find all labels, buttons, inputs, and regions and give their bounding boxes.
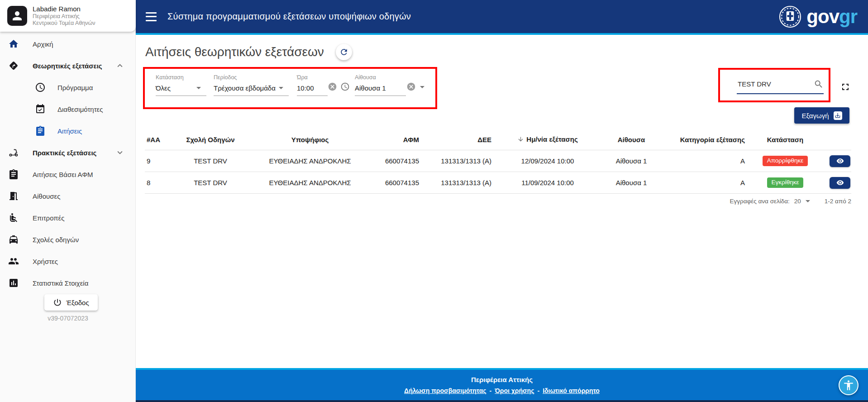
filter-room[interactable]: Αίθουσα Αίθουσα 1	[355, 74, 406, 96]
filter-room-label: Αίθουσα	[355, 74, 406, 81]
clear-time-icon[interactable]	[328, 82, 337, 91]
cell-afm: 660074135	[371, 179, 421, 187]
cell-school: TEST DRV	[172, 157, 249, 165]
cell-category: Α	[661, 179, 747, 187]
people-icon	[8, 256, 19, 267]
cell-exam-date: 11/09/2024 10:00	[493, 179, 602, 187]
refresh-button[interactable]	[336, 44, 352, 60]
chevron-down-icon[interactable]	[196, 87, 201, 89]
pagination: Εγγραφές ανα σελίδα: 20 1-2 από 2	[145, 198, 851, 205]
accessibility-button[interactable]	[839, 375, 858, 395]
cell-aa: 9	[145, 157, 172, 165]
search-icon[interactable]	[814, 79, 824, 89]
sidebar-item-schedule[interactable]: Πρόγραμμα	[0, 77, 136, 98]
column-header-exam-date[interactable]: Ημ/νία εξέτασης	[493, 135, 602, 144]
sidebar-item-committees[interactable]: Επιτροπές	[0, 207, 136, 229]
eye-icon	[836, 179, 844, 187]
cell-dee: 131313/1313 (Α)	[421, 157, 493, 165]
cell-room: Αίθουσα 1	[602, 179, 661, 187]
cell-candidate: ΕΥΘΕΙΑΔΗΣ ΑΝΔΡΟΚΛΗΣ	[249, 179, 371, 187]
search-field	[737, 79, 824, 94]
user-name: Labadie Ramon	[33, 5, 95, 13]
sidebar-item-label: Διαθεσιμότητες	[57, 105, 103, 113]
sidebar-section-theory-exams[interactable]: Θεωρητικές εξετάσεις	[0, 55, 136, 77]
sidebar-item-label: Πρόγραμμα	[57, 84, 93, 91]
sidebar: Αρχική Θεωρητικές εξετάσεις Πρόγραμμα	[0, 0, 136, 402]
clipboard-icon	[8, 169, 19, 180]
pagination-range: 1-2 από 2	[825, 198, 851, 205]
sidebar-item-statistics[interactable]: Στατιστικά Στοιχεία	[0, 272, 136, 294]
column-header-room[interactable]: Αίθουσα	[602, 136, 661, 144]
seat-icon	[8, 212, 19, 223]
export-button[interactable]: Εξαγωγή	[794, 107, 849, 124]
calendar-check-icon	[35, 104, 46, 115]
clipboard-icon	[35, 125, 46, 136]
page-size-select[interactable]: 20	[794, 198, 810, 205]
column-header-aa[interactable]: #AA	[145, 136, 172, 144]
sidebar-item-driving-schools[interactable]: Σχολές οδηγών	[0, 229, 136, 250]
sidebar-item-applications-by-afm[interactable]: Αιτήσεις Βάσει ΑΦΜ	[0, 163, 136, 185]
sidebar-item-label: Αιτήσεις	[57, 127, 82, 135]
sidebar-item-label: Αρχική	[33, 40, 53, 48]
sidebar-item-label: Θεωρητικές εξετάσεις	[33, 62, 102, 70]
main-content: Αιτήσεις θεωρητικών εξετάσεων Κατάσταση …	[136, 35, 868, 368]
sidebar-item-applications[interactable]: Αιτήσεις	[0, 120, 136, 142]
govgr-logo: govgr	[778, 5, 857, 29]
sidebar-item-users[interactable]: Χρήστες	[0, 250, 136, 272]
filter-time[interactable]: Ώρα 10:00	[297, 74, 328, 96]
footer-link-privacy[interactable]: Ιδιωτικό απόρρητο	[543, 387, 600, 394]
search-input[interactable]	[737, 79, 809, 91]
footer-link-terms-of-use[interactable]: Όροι χρήσης	[495, 387, 534, 394]
column-header-school[interactable]: Σχολή Οδηγών	[172, 136, 249, 144]
column-header-afm[interactable]: ΑΦΜ	[371, 136, 421, 144]
page-size-label: Εγγραφές ανα σελίδα:	[730, 198, 790, 205]
status-badge: Απορρίφθηκε	[763, 156, 808, 166]
view-details-button[interactable]	[830, 155, 850, 167]
sidebar-item-label: Αιτήσεις Βάσει ΑΦΜ	[33, 171, 93, 178]
logout-button[interactable]: Έξοδος	[44, 294, 98, 311]
footer-link-accessibility-statement[interactable]: Δήλωση προσβασιμότητας	[404, 387, 486, 394]
sidebar-item-rooms[interactable]: Αίθουσες	[0, 185, 136, 207]
govgr-wordmark: govgr	[806, 7, 857, 26]
accessibility-icon	[843, 379, 854, 391]
chevron-up-icon	[115, 61, 125, 71]
column-header-category[interactable]: Κατηγορία εξέτασης	[661, 136, 747, 144]
cell-category: Α	[661, 157, 747, 165]
time-picker-icon[interactable]	[340, 82, 350, 91]
cell-room: Αίθουσα 1	[602, 157, 661, 165]
view-details-button[interactable]	[830, 177, 850, 189]
clock-icon	[35, 82, 46, 93]
filter-status-label: Κατάσταση	[156, 74, 206, 81]
column-header-candidate[interactable]: Υποψήφιος	[249, 136, 371, 144]
chevron-down-icon[interactable]	[420, 86, 424, 88]
clear-room-icon[interactable]	[406, 82, 416, 91]
cell-dee: 131313/1313 (Α)	[421, 179, 493, 187]
filter-status[interactable]: Κατάσταση Όλες	[156, 74, 206, 96]
fullscreen-button[interactable]	[840, 81, 851, 92]
sidebar-section-practical-exams[interactable]: Πρακτικές εξετάσεις	[0, 142, 136, 163]
column-header-status[interactable]: Κατάσταση	[747, 136, 824, 144]
sidebar-item-label: Σχολές οδηγών	[33, 236, 79, 244]
export-label: Εξαγωγή	[801, 112, 829, 120]
sidebar-item-label: Επιτροπές	[33, 214, 65, 222]
eye-icon	[836, 157, 844, 165]
person-icon	[10, 9, 24, 23]
road-sign-icon	[8, 60, 19, 71]
filter-period-label: Περίοδος	[214, 74, 289, 81]
hamburger-menu-icon[interactable]	[146, 12, 157, 21]
cell-candidate: ΕΥΘΕΙΑΔΗΣ ΑΝΔΡΟΚΛΗΣ	[249, 157, 371, 165]
scooter-icon	[8, 147, 19, 158]
application-window: Αρχική Θεωρητικές εξετάσεις Πρόγραμμα	[0, 0, 868, 402]
footer-title: Περιφέρεια Αττικής	[471, 376, 533, 383]
home-icon	[8, 38, 19, 49]
page-title: Αιτήσεις θεωρητικών εξετάσεων	[145, 45, 324, 59]
column-header-dee[interactable]: ΔΕΕ	[421, 136, 493, 144]
cell-aa: 8	[145, 179, 172, 187]
sort-descending-icon	[517, 136, 524, 144]
filter-period[interactable]: Περίοδος Τρέχουσα εβδομάδα	[214, 74, 289, 96]
user-card[interactable]: Labadie Ramon Περιφέρεια Αττικής Κεντρικ…	[0, 0, 136, 32]
avatar	[7, 6, 27, 26]
sidebar-item-availabilities[interactable]: Διαθεσιμότητες	[0, 98, 136, 120]
chevron-down-icon[interactable]	[279, 87, 283, 89]
sidebar-item-home[interactable]: Αρχική	[0, 33, 136, 55]
